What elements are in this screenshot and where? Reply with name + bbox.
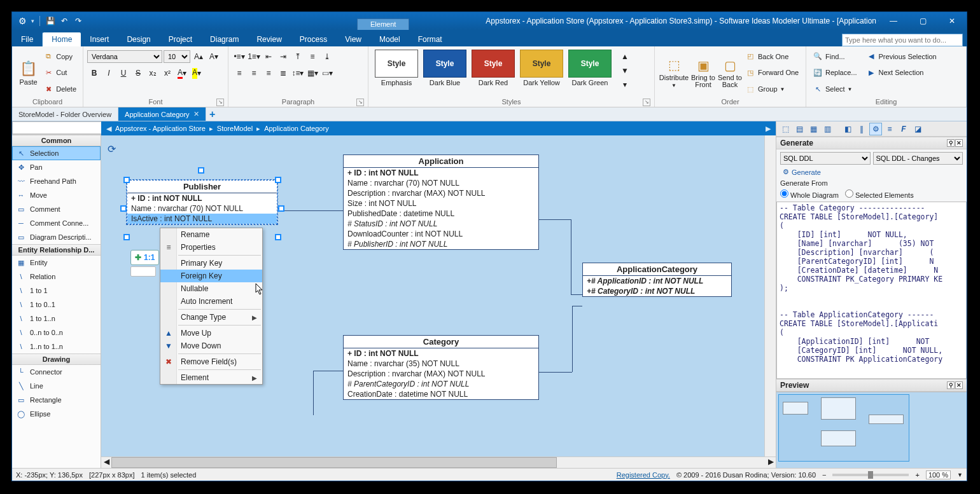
align-bottom-button[interactable]: ⤓: [320, 50, 334, 64]
style-button[interactable]: Style: [423, 50, 466, 78]
decrease-font-icon[interactable]: A▾: [207, 50, 221, 64]
toolbox-item-comment-conne[interactable]: ─Comment Conne...: [12, 216, 101, 230]
borders-button[interactable]: ▦▾: [305, 66, 319, 80]
forward-one-button[interactable]: ◳Forward One: [743, 67, 801, 78]
crumb-3[interactable]: Application Category: [264, 125, 329, 132]
undo-icon[interactable]: ↶: [59, 16, 69, 26]
entity-field[interactable]: +# CategoryID : int NOT NULL: [583, 286, 731, 296]
ctx-properties[interactable]: ≡Properties: [160, 241, 262, 254]
rtool-4[interactable]: ▥: [821, 123, 834, 135]
rtool-1[interactable]: ⬚: [779, 123, 792, 135]
entity-field[interactable]: Description : nvarchar (MAX) NOT NULL: [344, 188, 538, 198]
zoom-out-button[interactable]: −: [822, 471, 826, 479]
sql-preview[interactable]: -- Table Category --------------- CREATE…: [776, 202, 967, 379]
italic-button[interactable]: I: [102, 66, 116, 80]
zoom-slider[interactable]: [832, 474, 909, 476]
entity-field[interactable]: Name : nvarchar (35) NOT NULL: [344, 359, 538, 369]
redo-icon[interactable]: ↷: [73, 16, 83, 26]
entity-applicationcategory[interactable]: ApplicationCategory +# ApplicationID : i…: [582, 263, 732, 297]
tab-review[interactable]: Review: [248, 32, 290, 46]
indent-button[interactable]: ⇥: [276, 50, 290, 64]
tab-file[interactable]: File: [12, 32, 43, 46]
refresh-icon[interactable]: ⟳: [108, 143, 116, 155]
entity-application[interactable]: Application + ID : int NOT NULLName : nv…: [343, 154, 539, 250]
entity-field[interactable]: # PublisherID : int NOT NULL: [344, 239, 538, 249]
ctx-foreign-key[interactable]: Foreign Key: [160, 270, 262, 282]
entity-field[interactable]: Name : nvarchar (70) NOT NULL: [127, 203, 277, 214]
toolbox-item-freehand-path[interactable]: 〰Freehand Path: [12, 174, 101, 188]
ctx-auto-increment[interactable]: Auto Increment: [160, 295, 262, 308]
toolbox-item-1-to-1[interactable]: \1 to 1: [12, 284, 101, 298]
ddl-type-select[interactable]: SQL DDL: [780, 152, 871, 165]
entity-publisher[interactable]: Publisher + ID : int NOT NULLName : nvar…: [127, 180, 277, 224]
toolbox-item-1-to-1-n[interactable]: \1 to 1..n: [12, 312, 101, 326]
style-button[interactable]: Style: [520, 50, 563, 78]
tab-home[interactable]: Home: [43, 32, 81, 46]
styles-launcher-icon[interactable]: ↘: [643, 99, 650, 106]
close-panel-icon[interactable]: ✕: [955, 139, 963, 147]
align-left-button[interactable]: ≡: [232, 66, 246, 80]
align-center-button[interactable]: ≡: [247, 66, 261, 80]
ctx-move-up[interactable]: ▲Move Up: [160, 327, 262, 340]
tab-model[interactable]: Model: [370, 32, 409, 46]
style-dark-green[interactable]: StyleDark Green: [566, 50, 614, 86]
style-button[interactable]: Style: [472, 50, 515, 78]
add-tab-button[interactable]: +: [206, 109, 219, 120]
generate-button[interactable]: ⚙Generate: [780, 167, 963, 177]
highlight-button[interactable]: A▾: [190, 66, 204, 80]
entity-field[interactable]: Name : nvarchar (70) NOT NULL: [344, 178, 538, 188]
entity-field[interactable]: + ID : int NOT NULL: [344, 348, 538, 359]
toolbox-group-header[interactable]: Entity Relationship D...: [12, 244, 101, 256]
toolbox-item-diagram-descripti[interactable]: ▭Diagram Descripti...: [12, 230, 101, 244]
underline-button[interactable]: U: [116, 66, 130, 80]
style-emphasis[interactable]: StyleEmphasis: [372, 50, 421, 86]
entity-field[interactable]: PublishedDate : datetime NULL: [344, 209, 538, 219]
ctx-remove-field-s[interactable]: ✖Remove Field(s): [160, 355, 262, 368]
styles-down-icon[interactable]: ▼: [618, 64, 632, 78]
superscript-button[interactable]: x²: [160, 66, 174, 80]
tab-insert[interactable]: Insert: [81, 32, 118, 46]
crumb-2[interactable]: StoreModel: [217, 125, 253, 132]
toolbox-group-header[interactable]: Common: [12, 135, 101, 146]
entity-field[interactable]: DownloadCounter : int NOT NULL: [344, 229, 538, 239]
select-button[interactable]: ↖Select ▼: [810, 83, 860, 95]
relation-chip[interactable]: ✚1:1: [130, 250, 159, 265]
entity-field[interactable]: IsActive : int NOT NULL: [127, 214, 277, 224]
toolbox-item-0-n-to-0-n[interactable]: \0..n to 0..n: [12, 326, 101, 340]
rtool-9[interactable]: F: [897, 123, 910, 135]
replace-button[interactable]: 🔄Replace...: [810, 67, 860, 78]
cut-button[interactable]: ✂Cut: [41, 67, 79, 78]
preview-thumbnail[interactable]: [776, 392, 967, 468]
next-selection-button[interactable]: ▶Next Selection: [864, 67, 939, 78]
maximize-button[interactable]: ▢: [908, 12, 937, 30]
group-button[interactable]: ⬚Group ▼: [743, 83, 801, 95]
relation-chip-blank[interactable]: [130, 266, 156, 277]
style-dark-red[interactable]: StyleDark Red: [469, 50, 517, 86]
paste-button[interactable]: 📋 Paste: [16, 48, 41, 97]
canvas-scrollbar-h[interactable]: ◀ ▶: [101, 456, 776, 468]
entity-field[interactable]: # ParentCategoryID : int NOT NULL: [344, 379, 538, 389]
crumb-1[interactable]: Appstorex - Application Store: [115, 125, 206, 132]
toolbox-group-header[interactable]: Drawing: [12, 353, 101, 365]
tab-design[interactable]: Design: [118, 32, 159, 46]
strike-button[interactable]: S: [131, 66, 145, 80]
back-one-button[interactable]: ◰Back One: [743, 51, 801, 62]
justify-button[interactable]: ≣: [276, 66, 290, 80]
find-button[interactable]: 🔍Find...: [810, 51, 860, 62]
paragraph-launcher-icon[interactable]: ↘: [356, 99, 364, 106]
align-middle-button[interactable]: ≡: [305, 50, 319, 64]
style-dark-yellow[interactable]: StyleDark Yellow: [517, 50, 566, 86]
toolbox-item-relation[interactable]: \Relation: [12, 270, 101, 284]
registered-link[interactable]: Registered Copy.: [617, 471, 670, 479]
toolbox-item-ellipse[interactable]: ◯Ellipse: [12, 407, 101, 421]
tab-view[interactable]: View: [336, 32, 370, 46]
styles-more-icon[interactable]: ▾: [618, 78, 632, 92]
toolbox-item-entity[interactable]: ▦Entity: [12, 256, 101, 270]
close-panel-icon[interactable]: ✕: [955, 381, 963, 389]
font-color-button[interactable]: A▾: [175, 66, 189, 80]
qat-dropdown-icon[interactable]: ▾: [31, 18, 34, 24]
pin-icon[interactable]: ⚲: [947, 139, 955, 147]
help-search-input[interactable]: [842, 34, 963, 46]
save-icon[interactable]: 💾: [45, 16, 55, 26]
bullets-button[interactable]: •≡▾: [232, 50, 246, 64]
